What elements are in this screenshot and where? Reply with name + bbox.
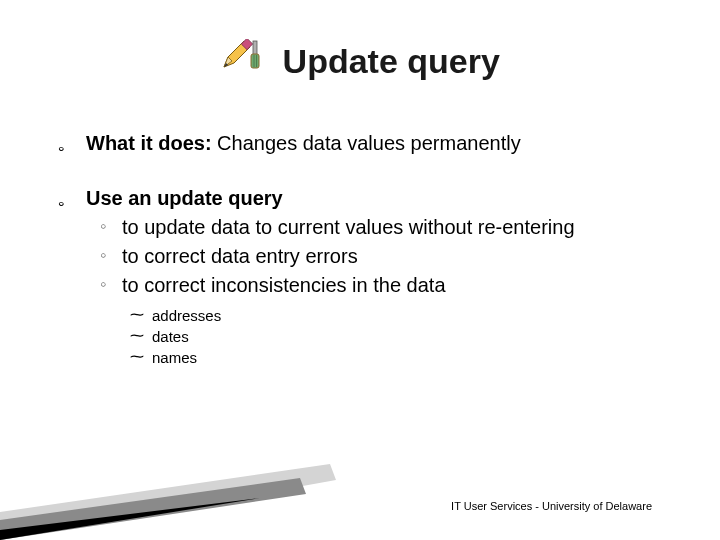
svg-marker-8 [0, 464, 336, 540]
link-glyph-icon: ⁓ [130, 305, 144, 325]
svg-marker-9 [0, 478, 306, 540]
bullet-1: ｡ What it does: Changes data values perm… [58, 130, 680, 157]
link-glyph-icon: ⁓ [130, 326, 144, 346]
bullet-2: ｡ Use an update query ◦ to update data t… [58, 185, 680, 368]
title-row: Update query [0, 42, 720, 81]
wedge-decoration [0, 450, 720, 540]
ring-bullet-icon: ◦ [100, 243, 106, 267]
pencil-screwdriver-icon [220, 39, 264, 77]
bullet-glyph-icon: ｡ [58, 187, 67, 211]
subsub-1-text: addresses [152, 307, 221, 324]
ring-bullet-icon: ◦ [100, 214, 106, 238]
bullet-1-bold: What it does: [86, 132, 212, 154]
sub-2-text: to correct data entry errors [122, 245, 358, 267]
sub-1-text: to update data to current values without… [122, 216, 575, 238]
svg-rect-5 [251, 54, 259, 68]
subsub-2-text: dates [152, 328, 189, 345]
subsub-2: ⁓ dates [130, 326, 680, 347]
slide-title: Update query [283, 42, 500, 81]
bullet-glyph-icon: ｡ [58, 132, 67, 156]
svg-rect-4 [253, 41, 257, 55]
svg-rect-7 [256, 55, 257, 67]
bullet-2-bold: Use an update query [86, 187, 283, 209]
subsub-3: ⁓ names [130, 347, 680, 368]
sub-3: ◦ to correct inconsistencies in the data [96, 272, 680, 299]
subsub-1: ⁓ addresses [130, 305, 680, 326]
svg-rect-6 [254, 55, 255, 67]
svg-marker-10 [0, 498, 260, 540]
footer-text: IT User Services - University of Delawar… [451, 500, 652, 512]
subsub-3-text: names [152, 349, 197, 366]
slide: Update query ｡ What it does: Changes dat… [0, 0, 720, 540]
sub-3-text: to correct inconsistencies in the data [122, 274, 446, 296]
ring-bullet-icon: ◦ [100, 272, 106, 296]
content-body: ｡ What it does: Changes data values perm… [58, 130, 680, 396]
sub-2: ◦ to correct data entry errors [96, 243, 680, 270]
sub-1: ◦ to update data to current values witho… [96, 214, 680, 241]
bullet-1-rest: Changes data values permanently [212, 132, 521, 154]
link-glyph-icon: ⁓ [130, 347, 144, 367]
